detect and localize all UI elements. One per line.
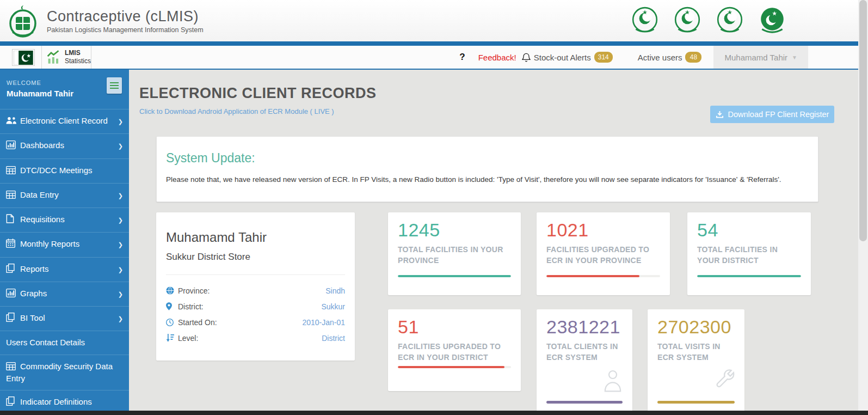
stat-progress-bar [546,401,623,404]
lmis-stats-icon [46,50,61,65]
table-icon [6,166,20,177]
chevron-right-icon: ❯ [118,142,123,150]
stat-label: TOTAL FACILITIES IN YOUR DISTRICT [697,245,801,266]
stat-value: 1021 [546,219,660,241]
sidebar-item-reports[interactable]: Reports ❯ [0,257,129,282]
sindh-emblem-icon [630,5,660,37]
bar-chart-icon [6,289,20,300]
lmis-label: LMIS [65,49,91,57]
welcome-label: WELCOME [7,80,122,86]
chevron-right-icon: ❯ [118,315,123,323]
system-update-title: System Update: [166,151,809,166]
table-icon [6,191,20,202]
sidebar-toggle-button[interactable] [107,77,122,94]
download-fp-client-register-button[interactable]: Download FP Client Register [710,106,834,123]
bottom-bar [0,411,868,415]
stat-label: TOTAL CLIENTS IN ECR SYSTEM [546,341,623,363]
scrollbar-thumb[interactable] [859,0,867,241]
sidebar: WELCOME Muhamamd Tahir Electronic Client… [0,70,129,411]
kpk-emblem-icon [673,5,702,37]
file-icon [6,214,20,226]
top-navbar: LMIS Statistics ? Feedback! Stock-out Al… [0,46,868,70]
user-menu[interactable]: Muhamamd Tahir ▼ [713,46,808,69]
page-scrollbar[interactable] [858,0,868,415]
main-content: ELECTRONIC CLIENT RECORDS Click to Downl… [129,70,858,411]
app-subtitle: Pakistan Logistics Management Informatio… [47,26,204,34]
sidebar-item-monthly-reports[interactable]: Monthly Reports ❯ [0,232,129,257]
profile-divider [166,274,345,275]
active-users-link[interactable]: Active users [638,53,682,62]
system-update-card: System Update: Please note that, we have… [156,136,818,202]
sidebar-item-dashboards[interactable]: Dashboards ❯ [0,133,129,158]
stat-label: TOTAL VISITS IN ECR SYSTEM [657,341,735,363]
copy-icon [6,264,20,276]
bell-icon [522,53,531,62]
lmis-statistics-label: LMIS Statistics [65,49,91,65]
sidebar-item-electronic-client-record[interactable]: Electronic Client Record ❯ [0,109,129,133]
sidebar-item-data-entry[interactable]: Data Entry ❯ [0,183,129,207]
app-window: Contraceptive (cLMIS) Pakistan Logistics… [0,0,868,415]
sidebar-item-users-contact-details[interactable]: Users Contact Details [0,331,129,354]
stat-label: FACILITIES UPGRADED TO ECR IN YOUR DISTR… [398,341,511,363]
sidebar-item-requisitions[interactable]: Requisitions ❯ [0,207,129,232]
provincial-logos [630,5,787,37]
sidebar-item-bi-tool[interactable]: BI Tool ❯ [0,306,129,331]
stat-progress-bar [398,366,511,368]
stat-value: 2381221 [546,316,623,338]
lmis-sublabel: Statistics [65,57,91,65]
navbar-right-cluster: ? Feedback! Stock-out Alerts 314 Active … [459,46,808,69]
profile-row-value: Sindh [325,286,345,295]
stockout-alerts-badge[interactable]: 314 [594,52,613,63]
stat-card: 1245 TOTAL FACILITIES IN YOUR PROVINCE [388,212,521,295]
help-button[interactable]: ? [459,52,465,63]
active-users-badge[interactable]: 48 [685,52,701,63]
sort-level-icon [166,334,178,342]
app-title: Contraceptive (cLMIS) [47,8,204,25]
chevron-right-icon: ❯ [118,241,123,249]
chevron-right-icon: ❯ [118,290,123,298]
user-profile-card: Muhamamd Tahir Sukkur District Store Pro… [156,212,355,361]
pakistan-emblem-icon [8,4,38,38]
feedback-link[interactable]: Feedback! [478,53,516,62]
sidebar-item-dtc-dcc-meetings[interactable]: DTC/DCC Meetings [0,158,129,183]
app-header: Contraceptive (cLMIS) Pakistan Logistics… [0,0,868,41]
stat-card: 2381221 TOTAL CLIENTS IN ECR SYSTEM [537,309,632,415]
home-flag-button[interactable] [12,49,35,66]
profile-row-value: District [322,334,345,343]
stat-card: 1021 FACILITIES UPGRADED TO ECR IN YOUR … [537,212,670,295]
profile-row: Level: District [166,330,345,346]
download-icon [716,111,724,119]
profile-row-label: Level: [178,334,198,343]
users-icon [6,117,20,127]
stat-progress-bar [546,275,660,277]
profile-row-value: 2010-Jan-01 [302,318,345,327]
copy-icon [6,313,20,325]
sidebar-item-commodity-security-data-entry[interactable]: Commodity Security Data Entry [0,355,129,390]
chevron-right-icon: ❯ [118,118,123,126]
stat-value: 2702300 [657,316,735,338]
system-update-body: Please note that, we have released new v… [166,175,809,184]
ecr-android-download-link[interactable]: Click to Download Android Application of… [139,107,334,115]
page-title: ELECTRONIC CLIENT RECORDS [139,85,377,102]
lmis-statistics-button[interactable]: LMIS Statistics [41,46,91,69]
stockout-alerts-link[interactable]: Stock-out Alerts [534,53,591,62]
profile-row-label: District: [178,302,204,311]
table-icon [6,362,20,373]
chevron-down-icon: ▼ [792,54,797,60]
sidebar-item-graphs[interactable]: Graphs ❯ [0,282,129,306]
welcome-username: Muhamamd Tahir [7,89,122,98]
profile-row-label: Province: [178,286,210,295]
profile-row-value: Sukkur [321,302,345,311]
chevron-right-icon: ❯ [118,216,123,224]
stat-progress-bar [398,275,511,277]
clock-icon [166,319,178,326]
pakistan-flag-icon [14,51,33,65]
stat-card: 54 TOTAL FACILITIES IN YOUR DISTRICT [687,212,811,295]
stat-card: 51 FACILITIES UPGRADED TO ECR IN YOUR DI… [388,309,521,391]
stat-value: 1245 [398,219,511,241]
profile-row: Province: Sindh [166,283,345,298]
chevron-right-icon: ❯ [118,265,123,273]
person-icon [602,368,624,394]
profile-row: Started On: 2010-Jan-01 [166,314,345,330]
chevron-right-icon: ❯ [118,191,123,199]
